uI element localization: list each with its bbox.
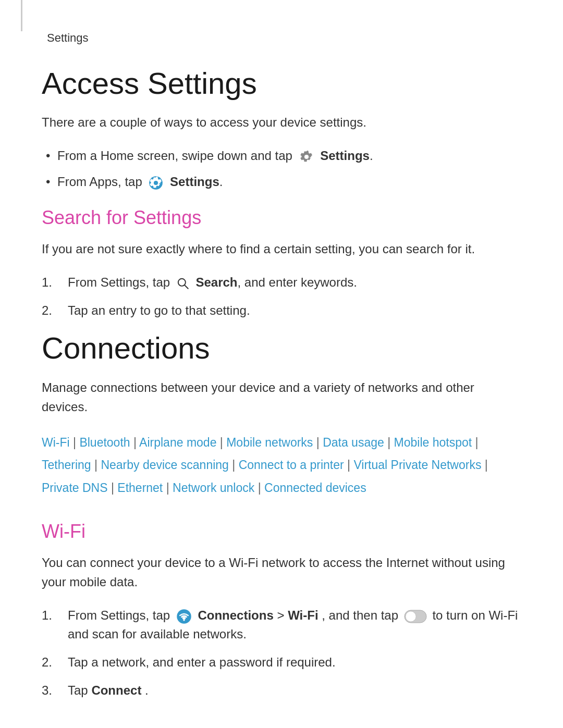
- bullet-1-settings-label: Settings: [320, 149, 370, 163]
- wifi-step-3-period: .: [145, 683, 149, 697]
- wifi-step-3-prefix: Tap: [68, 683, 91, 697]
- wifi-step-num-2: 2.: [42, 653, 52, 672]
- page-border: [21, 0, 22, 31]
- link-network-unlock[interactable]: Network unlock: [173, 481, 254, 495]
- wifi-step-num-1: 1.: [42, 606, 52, 625]
- link-mobile-networks[interactable]: Mobile networks: [226, 436, 313, 449]
- step-num-1: 1.: [42, 273, 52, 292]
- bullet-1-period: .: [370, 149, 373, 163]
- link-wifi[interactable]: Wi-Fi: [42, 436, 70, 449]
- connections-title: Connections: [42, 330, 521, 365]
- link-ethernet[interactable]: Ethernet: [117, 481, 163, 495]
- search-settings-heading: Search for Settings: [42, 207, 521, 229]
- access-settings-intro: There are a couple of ways to access you…: [42, 113, 521, 132]
- gear-blue-icon: [148, 175, 164, 191]
- wifi-step-1-middle: , and then tap: [322, 608, 401, 622]
- connections-links: Wi-Fi | Bluetooth | Airplane mode | Mobi…: [42, 431, 521, 500]
- link-connected-devices[interactable]: Connected devices: [264, 481, 366, 495]
- bullet-item-1: From a Home screen, swipe down and tap S…: [42, 146, 521, 165]
- step-num-2: 2.: [42, 301, 52, 320]
- link-data-usage[interactable]: Data usage: [323, 436, 384, 449]
- gear-gray-icon: [298, 149, 315, 165]
- wifi-step-3: 3. Tap Connect .: [42, 681, 521, 700]
- wifi-heading: Wi-Fi: [42, 521, 521, 542]
- wifi-step-3-bold: Connect: [91, 683, 141, 697]
- wifi-step-num-3: 3.: [42, 681, 52, 700]
- breadcrumb-label: Settings: [47, 31, 89, 44]
- step-1-text-before: From Settings, tap: [68, 275, 170, 289]
- bullet-2-period: .: [219, 175, 223, 189]
- wifi-step-1-wifi-label: Wi-Fi: [288, 608, 318, 622]
- wifi-step-1: 1. From Settings, tap Connections > Wi-F…: [42, 606, 521, 644]
- connections-intro: Manage connections between your device a…: [42, 378, 521, 416]
- svg-point-7: [406, 611, 416, 622]
- search-step-2: 2. Tap an entry to go to that setting.: [42, 301, 521, 320]
- svg-point-5: [183, 619, 185, 621]
- search-settings-intro: If you are not sure exactly where to fin…: [42, 239, 521, 258]
- toggle-icon: [404, 610, 427, 623]
- link-nearby-device-scanning[interactable]: Nearby device scanning: [101, 458, 228, 472]
- wifi-step-2: 2. Tap a network, and enter a password i…: [42, 653, 521, 672]
- link-vpn[interactable]: Virtual Private Networks: [353, 458, 481, 472]
- link-private-dns[interactable]: Private DNS: [42, 481, 108, 495]
- step-1-bold-label: Search: [195, 275, 237, 289]
- svg-line-2: [185, 285, 188, 289]
- wifi-step-1-arrow: >: [277, 608, 288, 622]
- bullet-2-prefix: From Apps, tap: [57, 175, 145, 189]
- link-connect-to-printer[interactable]: Connect to a printer: [239, 458, 344, 472]
- step-1-text-after: , and enter keywords.: [237, 275, 357, 289]
- connections-wifi-icon: [176, 608, 192, 625]
- bullet-item-2: From Apps, tap Settings.: [42, 172, 521, 191]
- link-mobile-hotspot[interactable]: Mobile hotspot: [394, 436, 472, 449]
- search-step-1: 1. From Settings, tap Search, and enter …: [42, 273, 521, 292]
- link-tethering[interactable]: Tethering: [42, 458, 91, 472]
- bullet-2-settings-label: Settings: [170, 175, 219, 189]
- search-icon: [176, 276, 190, 291]
- link-bluetooth[interactable]: Bluetooth: [79, 436, 130, 449]
- wifi-step-1-connections-label: Connections: [198, 608, 273, 622]
- wifi-step-1-prefix: From Settings, tap: [68, 608, 174, 622]
- wifi-step-2-text: Tap a network, and enter a password if r…: [68, 655, 336, 669]
- search-steps-list: 1. From Settings, tap Search, and enter …: [42, 273, 521, 320]
- link-airplane-mode[interactable]: Airplane mode: [139, 436, 216, 449]
- wifi-steps-list: 1. From Settings, tap Connections > Wi-F…: [42, 606, 521, 700]
- access-settings-bullets: From a Home screen, swipe down and tap S…: [42, 146, 521, 191]
- access-settings-title: Access Settings: [42, 66, 521, 101]
- bullet-1-prefix: From a Home screen, swipe down and tap: [57, 149, 296, 163]
- wifi-intro: You can connect your device to a Wi-Fi n…: [42, 553, 521, 591]
- step-2-text: Tap an entry to go to that setting.: [68, 303, 250, 317]
- breadcrumb: Settings: [42, 21, 521, 45]
